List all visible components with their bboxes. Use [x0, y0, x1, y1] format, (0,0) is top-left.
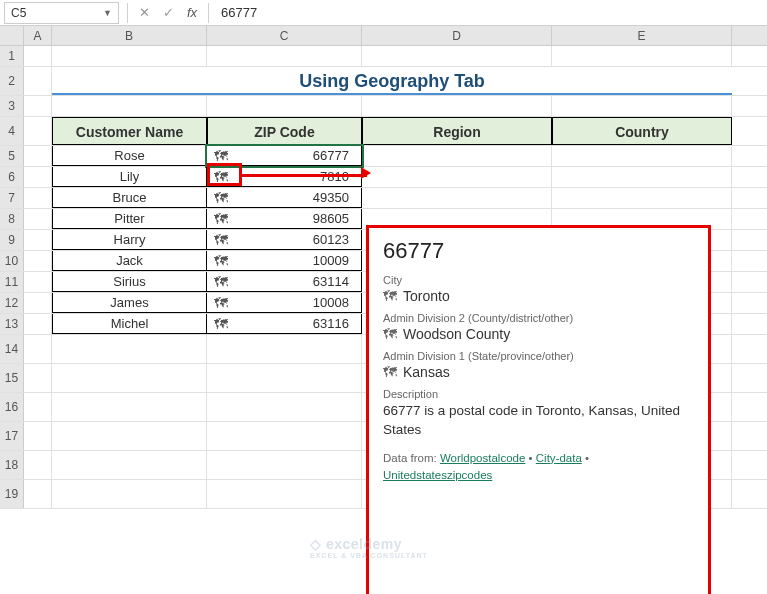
row-header[interactable]: 1 — [0, 46, 24, 66]
cell[interactable] — [207, 46, 362, 66]
table-header-name[interactable]: Customer Name — [52, 117, 207, 145]
table-header-region[interactable]: Region — [362, 117, 552, 145]
zip-cell[interactable]: 🗺10009 — [207, 251, 362, 271]
chevron-down-icon[interactable]: ▼ — [103, 8, 112, 18]
cell[interactable] — [24, 393, 52, 421]
source-link[interactable]: Worldpostalcode — [440, 452, 525, 464]
zip-cell[interactable]: 🗺63116 — [207, 314, 362, 334]
row-header[interactable]: 6 — [0, 167, 24, 187]
cell[interactable] — [362, 146, 552, 166]
column-header[interactable]: C — [207, 26, 362, 45]
name-box[interactable]: C5 ▼ — [4, 2, 119, 24]
row-header[interactable]: 3 — [0, 96, 24, 116]
cell[interactable] — [24, 230, 52, 250]
cell[interactable] — [362, 96, 552, 116]
zip-cell[interactable]: 🗺10008 — [207, 293, 362, 313]
customer-name-cell[interactable]: James — [52, 293, 207, 313]
cell[interactable] — [24, 335, 52, 363]
table-header-zip[interactable]: ZIP Code — [207, 117, 362, 145]
column-header[interactable]: A — [24, 26, 52, 45]
cell[interactable] — [207, 480, 362, 508]
customer-name-cell[interactable]: Michel — [52, 314, 207, 334]
cell[interactable] — [24, 314, 52, 334]
row-header[interactable]: 17 — [0, 422, 24, 450]
cell[interactable] — [52, 393, 207, 421]
cell[interactable] — [52, 335, 207, 363]
cell[interactable] — [362, 167, 552, 187]
cell[interactable] — [24, 293, 52, 313]
zip-cell[interactable]: 🗺63114 — [207, 272, 362, 292]
cell[interactable] — [207, 451, 362, 479]
row-header[interactable]: 16 — [0, 393, 24, 421]
cell[interactable] — [52, 46, 207, 66]
column-header[interactable]: B — [52, 26, 207, 45]
customer-name-cell[interactable]: Harry — [52, 230, 207, 250]
zip-cell[interactable]: 🗺7810 — [207, 167, 362, 187]
cell[interactable] — [207, 422, 362, 450]
fx-icon[interactable]: fx — [180, 2, 204, 24]
cell[interactable] — [362, 46, 552, 66]
customer-name-cell[interactable]: Pitter — [52, 209, 207, 229]
formula-input[interactable]: 66777 — [213, 3, 767, 22]
source-link[interactable]: Unitedstateszipcodes — [383, 469, 492, 481]
cell[interactable] — [24, 96, 52, 116]
cell[interactable] — [207, 96, 362, 116]
cell[interactable] — [552, 96, 732, 116]
cell[interactable] — [207, 364, 362, 392]
row-header[interactable]: 10 — [0, 251, 24, 271]
row-header[interactable]: 19 — [0, 480, 24, 508]
cell[interactable] — [24, 451, 52, 479]
row-header[interactable]: 18 — [0, 451, 24, 479]
customer-name-cell[interactable]: Lily — [52, 167, 207, 187]
page-title[interactable]: Using Geography Tab — [52, 67, 732, 95]
cell[interactable] — [52, 480, 207, 508]
row-header[interactable]: 5 — [0, 146, 24, 166]
customer-name-cell[interactable]: Jack — [52, 251, 207, 271]
column-header[interactable]: D — [362, 26, 552, 45]
cell[interactable] — [52, 96, 207, 116]
row-header[interactable]: 14 — [0, 335, 24, 363]
source-link[interactable]: City-data — [536, 452, 582, 464]
zip-cell[interactable]: 🗺66777 — [207, 146, 362, 166]
cell[interactable] — [24, 117, 52, 145]
cell[interactable] — [552, 46, 732, 66]
row-header[interactable]: 4 — [0, 117, 24, 145]
cell[interactable] — [24, 46, 52, 66]
cell[interactable] — [24, 422, 52, 450]
row-header[interactable]: 7 — [0, 188, 24, 208]
zip-cell[interactable]: 🗺98605 — [207, 209, 362, 229]
cell[interactable] — [24, 167, 52, 187]
customer-name-cell[interactable]: Bruce — [52, 188, 207, 208]
cell[interactable] — [24, 272, 52, 292]
confirm-icon[interactable]: ✓ — [156, 2, 180, 24]
row-header[interactable]: 11 — [0, 272, 24, 292]
cell[interactable] — [24, 67, 52, 95]
cell[interactable] — [207, 335, 362, 363]
cell[interactable] — [24, 188, 52, 208]
cancel-icon[interactable]: ✕ — [132, 2, 156, 24]
customer-name-cell[interactable]: Sirius — [52, 272, 207, 292]
row-header[interactable]: 15 — [0, 364, 24, 392]
zip-cell[interactable]: 🗺60123 — [207, 230, 362, 250]
cell[interactable] — [24, 146, 52, 166]
column-header[interactable]: E — [552, 26, 732, 45]
row-header[interactable]: 13 — [0, 314, 24, 334]
table-header-country[interactable]: Country — [552, 117, 732, 145]
row-header[interactable]: 8 — [0, 209, 24, 229]
cell[interactable] — [24, 364, 52, 392]
row-header[interactable]: 12 — [0, 293, 24, 313]
cell[interactable] — [24, 209, 52, 229]
cell[interactable] — [362, 188, 552, 208]
cell[interactable] — [52, 422, 207, 450]
cell[interactable] — [552, 188, 732, 208]
cell[interactable] — [207, 393, 362, 421]
cell[interactable] — [552, 146, 732, 166]
cell[interactable] — [24, 251, 52, 271]
cell[interactable] — [52, 364, 207, 392]
cell[interactable] — [52, 451, 207, 479]
row-header[interactable]: 2 — [0, 67, 24, 95]
row-header[interactable]: 9 — [0, 230, 24, 250]
zip-cell[interactable]: 🗺49350 — [207, 188, 362, 208]
cell[interactable] — [552, 167, 732, 187]
cell[interactable] — [24, 480, 52, 508]
